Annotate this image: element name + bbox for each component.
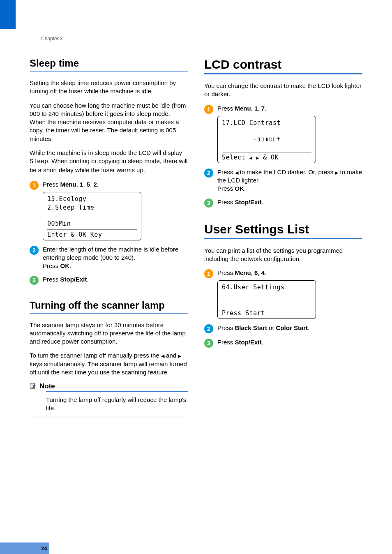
text: and bbox=[164, 352, 178, 359]
pencil-note-icon bbox=[30, 383, 37, 390]
text: Press bbox=[43, 181, 60, 188]
key-label: 7 bbox=[261, 105, 265, 112]
lcd-line: 64.User Settings bbox=[222, 283, 311, 292]
heading-scanner-lamp: Turning off the scanner lamp bbox=[30, 300, 188, 311]
text: or bbox=[267, 324, 276, 331]
text: Press bbox=[217, 169, 235, 175]
note-label: Note bbox=[39, 382, 55, 390]
step-3: 3 Press Stop/Exit. bbox=[204, 338, 362, 348]
step-marker-1-icon: 1 bbox=[204, 105, 213, 114]
step-1: 1 Press Menu, 1, 5, 2. 15.Ecology 2.Slee… bbox=[30, 180, 188, 240]
heading-sleep-time: Sleep time bbox=[30, 58, 188, 69]
step-marker-3-icon: 3 bbox=[30, 276, 39, 285]
right-arrow-icon bbox=[256, 154, 259, 161]
paragraph: Setting the sleep time reduces power con… bbox=[30, 79, 188, 96]
paragraph: You can change the contrast to make the … bbox=[204, 82, 362, 99]
note-header: Note bbox=[30, 382, 188, 390]
text: . bbox=[97, 181, 99, 188]
step-body: Press Stop/Exit. bbox=[217, 198, 362, 208]
step-marker-2-icon: 2 bbox=[204, 169, 213, 178]
lcd-blank-line bbox=[47, 212, 137, 219]
text: . bbox=[265, 105, 266, 112]
note-rule bbox=[46, 391, 188, 392]
step-marker-3-icon: 3 bbox=[204, 199, 213, 208]
key-label: Black Start bbox=[235, 324, 267, 331]
paragraph: You can choose how long the machine must… bbox=[30, 102, 188, 143]
paragraph: To turn the scanner lamp off manually pr… bbox=[30, 351, 188, 376]
text: , bbox=[258, 105, 261, 112]
text: While the machine is in sleep mode the L… bbox=[30, 149, 182, 156]
step-body: Press Menu, 1, 7. 17.LCD Contrast -▯▯▮▯▯… bbox=[217, 104, 362, 163]
lcd-blank-line bbox=[222, 127, 311, 135]
step-body: Press Stop/Exit. bbox=[217, 338, 362, 348]
left-arrow-icon bbox=[161, 352, 164, 359]
lcd-contrast-bar: -▯▯▮▯▯+ bbox=[222, 135, 311, 143]
step-marker-3-icon: 3 bbox=[204, 339, 213, 348]
lcd-line: Select & OK bbox=[222, 152, 311, 162]
key-label: Stop/Exit bbox=[60, 276, 87, 283]
lcd-line: Press Start bbox=[222, 308, 311, 318]
text: . bbox=[244, 185, 246, 192]
content-columns: Sleep time Setting the sleep time reduce… bbox=[30, 58, 362, 416]
key-label: OK bbox=[60, 262, 70, 269]
key-label: 2 bbox=[93, 181, 97, 188]
lcd-line: Enter & OK Key bbox=[47, 229, 137, 239]
text: . When printing or copying in sleep mode… bbox=[30, 157, 187, 173]
step-body: Press Menu, 1, 5, 2. 15.Ecology 2.Sleep … bbox=[43, 180, 188, 240]
lcd-line: 005Min bbox=[47, 219, 137, 228]
right-column: LCD contrast You can change the contrast… bbox=[204, 58, 362, 416]
mono-text: Sleep bbox=[30, 158, 48, 165]
lcd-blank-line bbox=[222, 299, 311, 307]
lcd-blank-line bbox=[222, 292, 311, 299]
step-3: 3 Press Stop/Exit. bbox=[204, 198, 362, 208]
text: . bbox=[265, 269, 266, 276]
note-rule bbox=[30, 416, 188, 416]
text: Press bbox=[43, 262, 60, 269]
lcd-line: 2.Sleep Time bbox=[47, 203, 137, 212]
step-1: 1 Press Menu, 1, 7. 17.LCD Contrast -▯▯▮… bbox=[204, 104, 362, 163]
side-tab bbox=[0, 0, 16, 29]
text: To turn the scanner lamp off manually pr… bbox=[30, 352, 161, 359]
step-body: Press Stop/Exit. bbox=[43, 275, 188, 285]
text: . bbox=[262, 199, 263, 205]
text: , bbox=[76, 181, 80, 188]
lcd-display: 17.LCD Contrast -▯▯▮▯▯+ Select & OK bbox=[217, 116, 316, 163]
key-label: Stop/Exit bbox=[235, 339, 262, 346]
lcd-line: 15.Ecology bbox=[47, 195, 137, 203]
text: , bbox=[83, 181, 86, 188]
heading-lcd-contrast: LCD contrast bbox=[204, 58, 362, 72]
step-marker-1-icon: 1 bbox=[30, 181, 39, 190]
paragraph: While the machine is in sleep mode the L… bbox=[30, 149, 188, 175]
text: . bbox=[262, 339, 263, 346]
step-2: 2 Press to make the LCD darker. Or, pres… bbox=[204, 168, 362, 193]
text: Select bbox=[222, 154, 249, 161]
heading-rule bbox=[204, 73, 362, 74]
paragraph: The scanner lamp stays on for 30 minutes… bbox=[30, 321, 188, 346]
key-label: OK bbox=[235, 185, 244, 192]
key-label: Menu bbox=[235, 105, 251, 112]
text: Press bbox=[217, 105, 235, 112]
key-label: Color Start bbox=[276, 324, 308, 331]
step-marker-1-icon: 1 bbox=[204, 269, 213, 278]
key-label: Menu bbox=[235, 269, 251, 276]
text: . bbox=[69, 262, 71, 269]
key-label: 5 bbox=[87, 181, 90, 188]
step-2: 2 Press Black Start or Color Start. bbox=[204, 324, 362, 333]
lcd-display: 15.Ecology 2.Sleep Time 005Min Enter & O… bbox=[43, 192, 141, 240]
text: keys simultaneously. The scanner lamp wi… bbox=[30, 360, 187, 376]
text: , bbox=[258, 269, 261, 276]
step-2: 2 Enter the length of time the machine i… bbox=[30, 245, 188, 270]
lcd-blank-line bbox=[222, 143, 311, 151]
chapter-label: Chapter 3 bbox=[41, 36, 63, 42]
paragraph: You can print a list of the settings you… bbox=[204, 247, 362, 263]
lcd-display: 64.User Settings Press Start bbox=[217, 280, 316, 319]
step-marker-2-icon: 2 bbox=[30, 246, 39, 255]
step-body: Press to make the LCD darker. Or, press … bbox=[217, 168, 362, 193]
lcd-line: 17.LCD Contrast bbox=[222, 119, 311, 127]
text: Press bbox=[217, 185, 235, 192]
left-arrow-icon bbox=[249, 154, 252, 161]
right-arrow-icon bbox=[178, 352, 181, 359]
text: Press bbox=[217, 269, 235, 276]
text: Press bbox=[217, 199, 235, 205]
left-arrow-icon bbox=[235, 169, 238, 175]
